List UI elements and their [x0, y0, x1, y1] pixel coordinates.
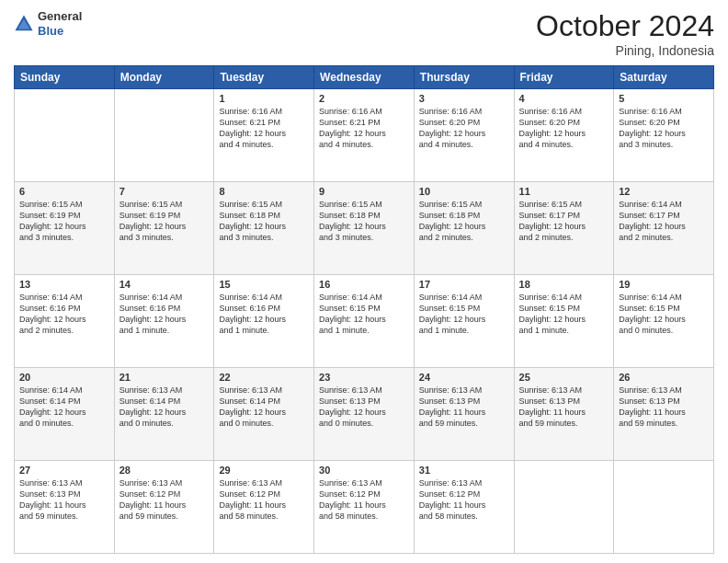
- table-row: 16Sunrise: 6:14 AM Sunset: 6:15 PM Dayli…: [314, 275, 415, 368]
- table-row: 9Sunrise: 6:15 AM Sunset: 6:18 PM Daylig…: [314, 182, 415, 275]
- logo-blue: Blue: [38, 24, 82, 39]
- logo-icon: [14, 14, 34, 34]
- table-row: [514, 461, 614, 554]
- day-number: 5: [619, 93, 709, 104]
- day-number: 1: [219, 93, 309, 104]
- day-info: Sunrise: 6:14 AM Sunset: 6:16 PM Dayligh…: [19, 292, 109, 337]
- table-row: 17Sunrise: 6:14 AM Sunset: 6:15 PM Dayli…: [414, 275, 514, 368]
- table-row: 27Sunrise: 6:13 AM Sunset: 6:13 PM Dayli…: [15, 461, 115, 554]
- day-info: Sunrise: 6:15 AM Sunset: 6:18 PM Dayligh…: [419, 199, 509, 244]
- table-row: 23Sunrise: 6:13 AM Sunset: 6:13 PM Dayli…: [314, 368, 415, 461]
- day-info: Sunrise: 6:13 AM Sunset: 6:13 PM Dayligh…: [419, 385, 509, 430]
- col-friday: Friday: [514, 66, 614, 89]
- col-monday: Monday: [114, 66, 214, 89]
- day-number: 22: [219, 372, 309, 383]
- day-info: Sunrise: 6:15 AM Sunset: 6:19 PM Dayligh…: [19, 199, 109, 244]
- day-number: 12: [619, 186, 709, 197]
- subtitle: Pining, Indonesia: [536, 43, 714, 58]
- table-row: 12Sunrise: 6:14 AM Sunset: 6:17 PM Dayli…: [614, 182, 714, 275]
- day-info: Sunrise: 6:14 AM Sunset: 6:17 PM Dayligh…: [619, 199, 709, 244]
- table-row: 30Sunrise: 6:13 AM Sunset: 6:12 PM Dayli…: [314, 461, 415, 554]
- table-row: 29Sunrise: 6:13 AM Sunset: 6:12 PM Dayli…: [214, 461, 314, 554]
- day-number: 26: [619, 372, 709, 383]
- day-info: Sunrise: 6:13 AM Sunset: 6:12 PM Dayligh…: [419, 477, 509, 523]
- day-number: 4: [519, 93, 609, 104]
- day-number: 24: [419, 372, 509, 383]
- table-row: 7Sunrise: 6:15 AM Sunset: 6:19 PM Daylig…: [114, 182, 214, 275]
- table-row: 18Sunrise: 6:14 AM Sunset: 6:15 PM Dayli…: [514, 275, 614, 368]
- day-number: 8: [219, 186, 309, 197]
- day-info: Sunrise: 6:14 AM Sunset: 6:15 PM Dayligh…: [419, 292, 509, 337]
- day-info: Sunrise: 6:13 AM Sunset: 6:13 PM Dayligh…: [19, 477, 109, 523]
- day-number: 19: [619, 279, 709, 290]
- calendar-week-3: 13Sunrise: 6:14 AM Sunset: 6:16 PM Dayli…: [15, 275, 714, 368]
- day-number: 27: [19, 465, 109, 476]
- table-row: 26Sunrise: 6:13 AM Sunset: 6:13 PM Dayli…: [614, 368, 714, 461]
- day-number: 29: [219, 465, 309, 476]
- day-number: 18: [519, 279, 609, 290]
- day-info: Sunrise: 6:14 AM Sunset: 6:16 PM Dayligh…: [219, 292, 309, 337]
- table-row: 19Sunrise: 6:14 AM Sunset: 6:15 PM Dayli…: [614, 275, 714, 368]
- calendar-header-row: Sunday Monday Tuesday Wednesday Thursday…: [15, 66, 714, 89]
- table-row: 11Sunrise: 6:15 AM Sunset: 6:17 PM Dayli…: [514, 182, 614, 275]
- table-row: 2Sunrise: 6:16 AM Sunset: 6:21 PM Daylig…: [314, 89, 415, 182]
- day-number: 10: [419, 186, 509, 197]
- day-info: Sunrise: 6:15 AM Sunset: 6:19 PM Dayligh…: [119, 199, 210, 244]
- day-info: Sunrise: 6:13 AM Sunset: 6:14 PM Dayligh…: [219, 385, 309, 430]
- day-info: Sunrise: 6:14 AM Sunset: 6:16 PM Dayligh…: [119, 292, 210, 337]
- table-row: 15Sunrise: 6:14 AM Sunset: 6:16 PM Dayli…: [214, 275, 314, 368]
- table-row: 6Sunrise: 6:15 AM Sunset: 6:19 PM Daylig…: [15, 182, 115, 275]
- table-row: 31Sunrise: 6:13 AM Sunset: 6:12 PM Dayli…: [414, 461, 514, 554]
- day-info: Sunrise: 6:13 AM Sunset: 6:12 PM Dayligh…: [119, 477, 210, 523]
- day-number: 6: [19, 186, 109, 197]
- day-number: 2: [319, 93, 409, 104]
- table-row: 4Sunrise: 6:16 AM Sunset: 6:20 PM Daylig…: [514, 89, 614, 182]
- calendar-week-1: 1Sunrise: 6:16 AM Sunset: 6:21 PM Daylig…: [15, 89, 714, 182]
- day-number: 7: [119, 186, 210, 197]
- logo-general: General: [38, 9, 82, 24]
- day-info: Sunrise: 6:14 AM Sunset: 6:15 PM Dayligh…: [319, 292, 409, 337]
- day-info: Sunrise: 6:13 AM Sunset: 6:13 PM Dayligh…: [619, 385, 709, 430]
- table-row: 20Sunrise: 6:14 AM Sunset: 6:14 PM Dayli…: [15, 368, 115, 461]
- day-number: 16: [319, 279, 409, 290]
- day-number: 20: [19, 372, 109, 383]
- day-number: 13: [19, 279, 109, 290]
- day-info: Sunrise: 6:13 AM Sunset: 6:12 PM Dayligh…: [319, 477, 409, 523]
- table-row: 3Sunrise: 6:16 AM Sunset: 6:20 PM Daylig…: [414, 89, 514, 182]
- logo: General Blue: [14, 9, 82, 38]
- title-area: October 2024 Pining, Indonesia: [536, 9, 714, 58]
- month-title: October 2024: [536, 9, 714, 43]
- table-row: 10Sunrise: 6:15 AM Sunset: 6:18 PM Dayli…: [414, 182, 514, 275]
- table-row: 21Sunrise: 6:13 AM Sunset: 6:14 PM Dayli…: [114, 368, 214, 461]
- table-row: 8Sunrise: 6:15 AM Sunset: 6:18 PM Daylig…: [214, 182, 314, 275]
- day-number: 11: [519, 186, 609, 197]
- day-info: Sunrise: 6:13 AM Sunset: 6:14 PM Dayligh…: [119, 385, 210, 430]
- day-number: 21: [119, 372, 210, 383]
- day-info: Sunrise: 6:15 AM Sunset: 6:18 PM Dayligh…: [219, 199, 309, 244]
- header: General Blue October 2024 Pining, Indone…: [14, 9, 714, 58]
- day-number: 15: [219, 279, 309, 290]
- day-info: Sunrise: 6:13 AM Sunset: 6:13 PM Dayligh…: [519, 385, 609, 430]
- day-info: Sunrise: 6:16 AM Sunset: 6:21 PM Dayligh…: [219, 106, 309, 151]
- day-info: Sunrise: 6:16 AM Sunset: 6:21 PM Dayligh…: [319, 106, 409, 151]
- day-info: Sunrise: 6:13 AM Sunset: 6:12 PM Dayligh…: [219, 477, 309, 523]
- day-info: Sunrise: 6:14 AM Sunset: 6:14 PM Dayligh…: [19, 385, 109, 430]
- day-number: 3: [419, 93, 509, 104]
- day-info: Sunrise: 6:14 AM Sunset: 6:15 PM Dayligh…: [619, 292, 709, 337]
- calendar-week-2: 6Sunrise: 6:15 AM Sunset: 6:19 PM Daylig…: [15, 182, 714, 275]
- day-number: 23: [319, 372, 409, 383]
- day-number: 30: [319, 465, 409, 476]
- table-row: 22Sunrise: 6:13 AM Sunset: 6:14 PM Dayli…: [214, 368, 314, 461]
- table-row: 24Sunrise: 6:13 AM Sunset: 6:13 PM Dayli…: [414, 368, 514, 461]
- table-row: [614, 461, 714, 554]
- page: General Blue October 2024 Pining, Indone…: [0, 0, 728, 563]
- col-tuesday: Tuesday: [214, 66, 314, 89]
- table-row: 28Sunrise: 6:13 AM Sunset: 6:12 PM Dayli…: [114, 461, 214, 554]
- col-saturday: Saturday: [614, 66, 714, 89]
- table-row: 1Sunrise: 6:16 AM Sunset: 6:21 PM Daylig…: [214, 89, 314, 182]
- day-info: Sunrise: 6:16 AM Sunset: 6:20 PM Dayligh…: [519, 106, 609, 151]
- calendar-table: Sunday Monday Tuesday Wednesday Thursday…: [14, 65, 714, 554]
- calendar-week-4: 20Sunrise: 6:14 AM Sunset: 6:14 PM Dayli…: [15, 368, 714, 461]
- day-info: Sunrise: 6:15 AM Sunset: 6:18 PM Dayligh…: [319, 199, 409, 244]
- table-row: 5Sunrise: 6:16 AM Sunset: 6:20 PM Daylig…: [614, 89, 714, 182]
